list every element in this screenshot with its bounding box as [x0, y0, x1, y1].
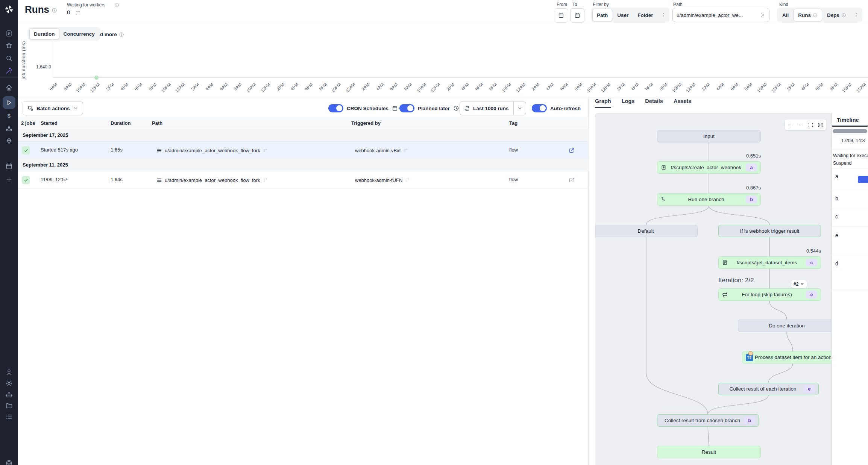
kind-all-option[interactable]: All [778, 9, 793, 21]
folder-icon[interactable] [5, 402, 13, 409]
timeline-row-e[interactable]: e [832, 227, 868, 255]
tab-logs[interactable]: Logs [622, 98, 635, 108]
tab-details[interactable]: Details [645, 98, 663, 108]
timeline-row-c[interactable]: c [832, 208, 868, 227]
cluster-icon[interactable] [5, 125, 13, 132]
user-icon[interactable] [5, 368, 13, 376]
col-path[interactable]: Path [152, 120, 162, 126]
batch-actions-icon [27, 105, 33, 111]
filter-by-label: Filter by [593, 2, 609, 7]
expand-button[interactable] [816, 120, 825, 129]
list-icon[interactable] [5, 413, 13, 421]
filter-plus-icon[interactable] [263, 148, 268, 153]
filter-plus-icon[interactable] [263, 177, 268, 183]
col-tag[interactable]: Tag [509, 120, 517, 126]
tab-assets[interactable]: Assets [674, 98, 692, 108]
gear-icon[interactable] [5, 380, 13, 387]
filter-by-folder-option[interactable]: Folder [633, 9, 657, 21]
runs-count-dropdown-button[interactable] [513, 101, 526, 115]
robot-icon[interactable] [5, 391, 13, 398]
apps-icon[interactable] [5, 30, 13, 37]
from-date-button[interactable] [554, 8, 568, 23]
load-more-info-icon [119, 32, 124, 37]
open-run-link[interactable] [569, 147, 575, 153]
fit-view-button[interactable] [806, 120, 815, 129]
flow-node-b[interactable]: Run one branch b [657, 193, 761, 206]
zoom-in-button[interactable] [786, 120, 795, 129]
runs-play-icon[interactable] [5, 99, 13, 106]
timeline-row-d[interactable]: d [832, 255, 868, 290]
flow-graph-canvas[interactable]: Input 0.651s f/scripts/create_actor_webh… [595, 113, 868, 465]
flow-node-branch-default[interactable]: Default [595, 225, 698, 237]
kind-more-kebab-icon[interactable] [851, 9, 861, 21]
col-triggered-by[interactable]: Triggered by [351, 120, 381, 126]
run-triggered-by-cell: webhook-admin-fUFN [355, 176, 410, 185]
run-path-cell[interactable]: u/admin/example_actor_webhook_flow_fork [156, 176, 268, 185]
timeline-row-label: d [835, 261, 838, 267]
filter-lines-icon[interactable] [75, 10, 81, 16]
typescript-icon: TS [746, 354, 753, 361]
flow-node-collect-branch[interactable]: Collect result from chosen branch b [657, 414, 759, 427]
filter-plus-icon[interactable] [403, 148, 408, 153]
timeline-progress-bar [833, 129, 867, 133]
external-link-icon[interactable] [569, 177, 575, 183]
flow-node-d[interactable]: TS Process dataset item for an action [742, 351, 841, 364]
to-label: To [572, 2, 577, 7]
run-row[interactable]: Started 517s ago1.65su/admin/example_act… [18, 142, 588, 159]
tab-graph[interactable]: Graph [595, 98, 611, 108]
filter-by-user-option[interactable]: User [613, 9, 633, 21]
search-icon[interactable] [5, 55, 13, 62]
batch-actions-button[interactable]: Batch actions [23, 101, 83, 115]
loop-icon [722, 292, 728, 297]
flow-node-input[interactable]: Input [657, 130, 761, 142]
to-date-button[interactable] [570, 8, 584, 23]
clear-path-icon[interactable] [760, 12, 765, 18]
run-triggered-by-cell: webhook-admin-vBxt [355, 146, 408, 155]
last-1000-runs-button[interactable]: Last 1000 runs [460, 101, 513, 115]
path-filter-input[interactable]: u/admin/example_actor_we... [672, 8, 769, 22]
flow-node-collect-iteration[interactable]: Collect result of each iteration e [718, 383, 819, 395]
auto-refresh-toggle[interactable] [532, 104, 547, 112]
flow-node-a[interactable]: f/scripts/create_actor_webhook a [657, 161, 761, 174]
col-duration[interactable]: Duration [111, 120, 131, 126]
flow-node-branch-condition[interactable]: If is webhook trigger result [718, 225, 821, 237]
timeline-row-a[interactable]: a [832, 168, 868, 190]
cron-schedules-toggle[interactable] [328, 104, 343, 112]
kind-label: Kind [779, 2, 788, 7]
calendar-icon[interactable] [5, 162, 13, 170]
tab-concurrency[interactable]: Concurrency [59, 29, 99, 39]
clock-icon [453, 105, 459, 111]
col-started[interactable]: Started [41, 120, 58, 126]
filter-by-path-option[interactable]: Path [592, 9, 612, 21]
iteration-selector[interactable]: #2 [791, 280, 807, 288]
runs-info-icon[interactable] [52, 8, 57, 13]
zoom-out-button[interactable] [796, 120, 805, 129]
gem-icon[interactable] [5, 137, 13, 145]
timeline-row-b[interactable]: b [832, 190, 868, 208]
run-row[interactable]: 11/09, 12:571.64su/admin/example_actor_w… [18, 171, 588, 189]
planned-later-toggle[interactable] [399, 104, 414, 112]
kind-runs-option[interactable]: Runs [794, 9, 822, 21]
flow-node-do-iteration[interactable]: Do one iteration [738, 320, 836, 332]
filter-by-more-kebab-icon[interactable] [658, 9, 668, 21]
open-run-link[interactable] [569, 177, 575, 183]
flow-node-e-forloop[interactable]: For loop (skip failures) e [718, 288, 821, 301]
kind-deps-option[interactable]: Deps [823, 9, 850, 21]
cron-schedules-label: CRON Schedules [347, 106, 388, 111]
external-link-icon[interactable] [569, 147, 575, 153]
filter-plus-icon[interactable] [405, 177, 410, 183]
flow-node-c[interactable]: f/scripts/get_dataset_items c [718, 256, 821, 269]
star-icon[interactable] [5, 42, 13, 49]
chart-data-point[interactable] [94, 76, 99, 80]
tab-duration[interactable]: Duration [29, 28, 59, 39]
ai-wand-icon[interactable] [5, 67, 13, 74]
flow-node-result[interactable]: Result [657, 446, 761, 458]
run-path-cell[interactable]: u/admin/example_actor_webhook_flow_fork [156, 146, 268, 155]
globe-icon[interactable] [5, 459, 13, 465]
windmill-logo[interactable] [4, 5, 14, 14]
plus-icon[interactable] [5, 176, 13, 183]
dollar-icon[interactable]: $ [5, 112, 13, 120]
home-icon[interactable] [5, 84, 13, 91]
timeline-title[interactable]: Timeline [837, 117, 859, 123]
timeline-duration-bar[interactable] [858, 176, 868, 183]
